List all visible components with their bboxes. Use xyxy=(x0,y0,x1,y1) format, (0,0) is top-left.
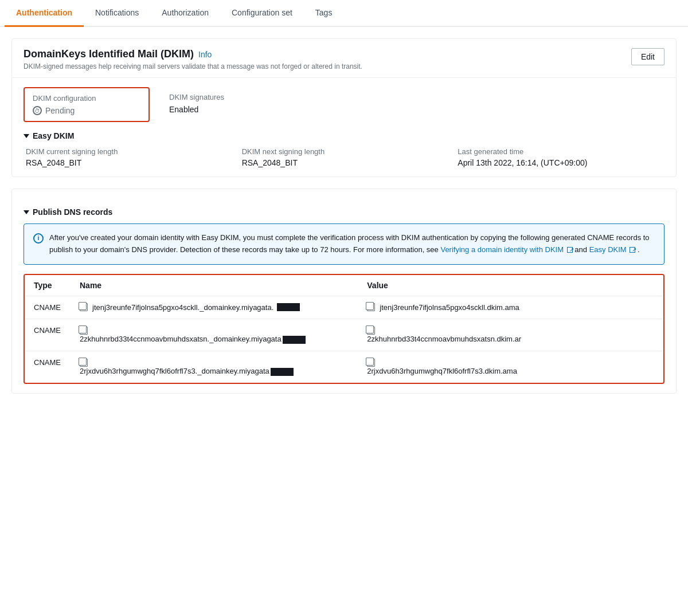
current-signing-value: RSA_2048_BIT xyxy=(26,158,230,167)
dns-info-box: i After you've created your domain ident… xyxy=(24,223,664,265)
tab-authentication[interactable]: Authentication xyxy=(5,0,84,27)
dns-records-card: Publish DNS records i After you've creat… xyxy=(11,189,677,394)
col-header-value: Value xyxy=(358,275,663,296)
cell-value-1: 2zkhuhnrbd33t4ccnmoavbmuhdsxatsn.dkim.ar xyxy=(358,319,663,351)
external-link-icon-1 xyxy=(567,247,573,253)
copy-icon-name-1[interactable] xyxy=(80,327,88,335)
verifying-link[interactable]: Verifying a domain identity with DKIM xyxy=(440,245,564,254)
dns-info-text: After you've created your domain identit… xyxy=(49,232,655,256)
tab-notifications[interactable]: Notifications xyxy=(84,0,150,27)
last-generated-value: April 13th 2022, 16:14, (UTC+09:00) xyxy=(458,158,662,167)
redacted-2 xyxy=(271,368,294,376)
dkim-title: DomainKeys Identified Mail (DKIM) Info xyxy=(24,48,362,60)
dkim-subtitle: DKIM-signed messages help receiving mail… xyxy=(24,62,362,70)
dns-section-header[interactable]: Publish DNS records xyxy=(24,207,664,217)
table-row: CNAME2rjxdvu6h3rhgumwghq7fkl6ofrfl7s3._d… xyxy=(25,351,663,383)
dkim-signatures-box: DKIM signatures Enabled xyxy=(161,87,664,122)
cell-name-2: 2rjxdvu6h3rhgumwghq7fkl6ofrfl7s3._domain… xyxy=(71,351,358,383)
cell-value-2: 2rjxdvu6h3rhgumwghq7fkl6ofrfl7s3.dkim.am… xyxy=(358,351,663,383)
cell-value-0: jtenj3reunfe7ifjolnsa5pgxo4sckll.dkim.am… xyxy=(358,296,663,319)
copy-icon-value-0[interactable] xyxy=(367,303,375,311)
last-generated-col: Last generated time April 13th 2022, 16:… xyxy=(458,147,662,167)
next-signing-label: DKIM next signing length xyxy=(242,147,447,156)
cell-type-1: CNAME xyxy=(25,319,71,351)
dns-collapse-triangle-icon xyxy=(24,210,29,214)
tab-configuration-set[interactable]: Configuration set xyxy=(220,0,304,27)
redacted-1 xyxy=(283,336,306,344)
table-row: CNAME2zkhuhnrbd33t4ccnmoavbmuhdsxatsn._d… xyxy=(25,319,663,351)
tab-authorization[interactable]: Authorization xyxy=(150,0,220,27)
dkim-configuration-label: DKIM configuration xyxy=(33,94,140,103)
col-header-name: Name xyxy=(71,275,358,296)
dkim-header-left: DomainKeys Identified Mail (DKIM) Info D… xyxy=(24,48,362,70)
tabs-bar: Authentication Notifications Authorizati… xyxy=(0,0,688,27)
main-content: DomainKeys Identified Mail (DKIM) Info D… xyxy=(0,27,688,417)
next-signing-value: RSA_2048_BIT xyxy=(242,158,447,167)
tab-tags[interactable]: Tags xyxy=(304,0,344,27)
easy-dkim-link[interactable]: Easy DKIM xyxy=(589,245,627,254)
easy-dkim-section-header[interactable]: Easy DKIM xyxy=(24,131,664,140)
copy-icon-name-2[interactable] xyxy=(80,359,88,367)
collapse-triangle-icon xyxy=(24,134,29,138)
dns-table: Type Name Value CNAMEjtenj3reunfe7ifjoln… xyxy=(25,275,663,383)
copy-icon-value-2[interactable] xyxy=(367,359,375,367)
dkim-signatures-label: DKIM signatures xyxy=(169,93,656,101)
info-circle-icon: i xyxy=(33,233,44,244)
redacted-0 xyxy=(277,303,300,311)
dkim-info-link[interactable]: Info xyxy=(198,50,212,59)
col-header-type: Type xyxy=(25,275,71,296)
edit-button[interactable]: Edit xyxy=(631,48,664,65)
external-link-icon-2 xyxy=(630,247,635,253)
dkim-card-header: DomainKeys Identified Mail (DKIM) Info D… xyxy=(12,39,676,78)
cell-type-0: CNAME xyxy=(25,296,71,319)
current-signing-label: DKIM current signing length xyxy=(26,147,230,156)
pending-icon: ⏱ xyxy=(33,106,42,115)
last-generated-label: Last generated time xyxy=(458,147,662,156)
cell-type-2: CNAME xyxy=(25,351,71,383)
copy-icon-value-1[interactable] xyxy=(367,327,375,335)
table-row: CNAMEjtenj3reunfe7ifjolnsa5pgxo4sckll._d… xyxy=(25,296,663,319)
dkim-status-grid: DKIM configuration ⏱ Pending DKIM signat… xyxy=(24,87,664,122)
dkim-card-body: DKIM configuration ⏱ Pending DKIM signat… xyxy=(12,78,676,176)
dns-table-wrapper: Type Name Value CNAMEjtenj3reunfe7ifjoln… xyxy=(24,274,664,384)
cell-name-0: jtenj3reunfe7ifjolnsa5pgxo4sckll._domain… xyxy=(71,296,358,319)
easy-dkim-grid: DKIM current signing length RSA_2048_BIT… xyxy=(24,147,664,167)
table-header-row: Type Name Value xyxy=(25,275,663,296)
dkim-card: DomainKeys Identified Mail (DKIM) Info D… xyxy=(11,38,677,177)
dkim-signatures-value: Enabled xyxy=(169,105,656,114)
next-signing-col: DKIM next signing length RSA_2048_BIT xyxy=(242,147,447,167)
cell-name-1: 2zkhuhnrbd33t4ccnmoavbmuhdsxatsn._domain… xyxy=(71,319,358,351)
current-signing-col: DKIM current signing length RSA_2048_BIT xyxy=(26,147,230,167)
copy-icon-name-0[interactable] xyxy=(80,303,88,311)
dkim-configuration-box: DKIM configuration ⏱ Pending xyxy=(24,87,150,122)
dkim-configuration-value: ⏱ Pending xyxy=(33,106,140,115)
dns-card-body: Publish DNS records i After you've creat… xyxy=(12,189,676,393)
